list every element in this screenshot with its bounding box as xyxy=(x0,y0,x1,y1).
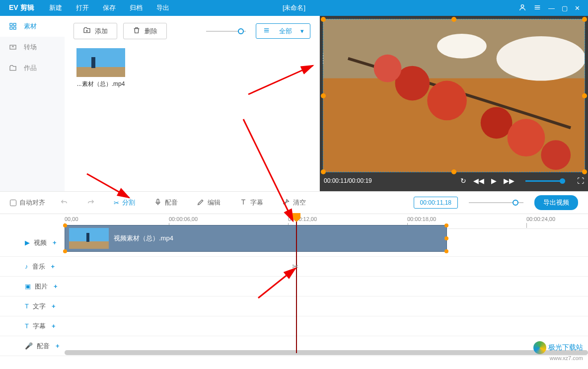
svg-rect-3 xyxy=(10,27,12,29)
add-subtitle-track[interactable]: + xyxy=(52,322,56,330)
zoom-slider[interactable] xyxy=(469,202,523,203)
ruler-mark: 00,00 xyxy=(65,216,78,222)
split-button[interactable]: ✂ 分割 xyxy=(110,198,139,207)
subtitle-track-icon: T xyxy=(25,322,29,330)
user-icon[interactable] xyxy=(518,3,526,13)
menu-new[interactable]: 新建 xyxy=(43,3,68,12)
app-title: EV 剪辑 xyxy=(0,3,43,12)
text-track-icon: T xyxy=(25,302,29,310)
volume-slider[interactable] xyxy=(525,180,565,182)
watermark-logo-icon xyxy=(533,341,546,354)
add-text-track[interactable]: + xyxy=(52,302,56,310)
timeline-scrollbar[interactable] xyxy=(65,350,588,355)
minimize-icon[interactable]: — xyxy=(548,4,555,12)
redo-button[interactable] xyxy=(83,199,99,207)
menu-export[interactable]: 导出 xyxy=(150,3,175,12)
dub-button[interactable]: 配音 xyxy=(150,198,182,208)
sidebar-item-works[interactable]: 作品 xyxy=(0,58,65,78)
dub-track-icon: 🎤 xyxy=(25,342,33,350)
track-text: T文字+ xyxy=(0,296,588,316)
clip-name: 视频素材（总）.mp4 xyxy=(114,234,173,243)
track-subtitle: T字幕+ xyxy=(0,316,588,336)
music-track-icon: ♪ xyxy=(25,263,28,270)
broom-icon xyxy=(282,198,290,208)
svg-rect-6 xyxy=(157,199,159,203)
titlebar: EV 剪辑 新建 打开 保存 归档 导出 [未命名] — ▢ ✕ xyxy=(0,0,588,16)
sidebar-item-transition[interactable]: 转场 xyxy=(0,37,65,58)
ruler-mark: 00:00:18,00 xyxy=(407,216,436,222)
delete-button[interactable]: 删除 xyxy=(123,23,167,39)
svg-rect-2 xyxy=(13,23,16,26)
main-menu: 新建 打开 保存 归档 导出 xyxy=(43,3,175,12)
ruler-mark: 00:00:12,00 xyxy=(288,216,317,222)
trash-icon xyxy=(133,26,141,36)
edit-button[interactable]: 编辑 xyxy=(193,198,224,208)
add-dub-track[interactable]: + xyxy=(56,342,60,350)
project-name: [未命名] xyxy=(283,3,305,12)
rewind-icon[interactable]: ◀◀ xyxy=(473,177,484,185)
transition-icon xyxy=(9,43,17,51)
track-video: ▶ 视频 + 视频素材（总）.mp4 xyxy=(0,229,588,257)
edit-toolbar: 自动对齐 ✂ 分割 配音 编辑 字幕 清空 00:00:11,18 导出视频 xyxy=(0,191,588,214)
window-controls: — ▢ ✕ xyxy=(518,3,588,13)
svg-rect-1 xyxy=(10,23,12,26)
watermark-url: www.xz7.com xyxy=(550,355,583,361)
add-video-track[interactable]: + xyxy=(53,239,57,246)
maximize-icon[interactable]: ▢ xyxy=(562,4,568,12)
clear-button[interactable]: 清空 xyxy=(278,198,310,208)
sidebar-label: 素材 xyxy=(24,22,37,31)
sidebar-label: 转场 xyxy=(24,43,37,52)
list-icon xyxy=(262,26,270,36)
auto-align-checkbox[interactable]: 自动对齐 xyxy=(10,198,45,207)
undo-button[interactable] xyxy=(56,199,72,207)
add-image-track[interactable]: + xyxy=(54,283,58,290)
svg-rect-4 xyxy=(13,27,16,29)
playhead-scissors-icon: ✂ xyxy=(292,262,298,271)
timecode-display: 00:00:11,18 xyxy=(414,197,458,209)
thumb-size-slider[interactable] xyxy=(206,31,246,32)
video-track-icon: ▶ xyxy=(25,239,30,246)
pencil-icon xyxy=(197,198,205,208)
forward-icon[interactable]: ▶▶ xyxy=(504,177,514,185)
clip-thumbnail xyxy=(69,228,109,249)
add-music-track[interactable]: + xyxy=(51,263,55,270)
filter-select[interactable]: 全部 ▾ xyxy=(256,23,310,39)
image-track-icon: ▣ xyxy=(25,283,31,290)
subtitle-button[interactable]: 字幕 xyxy=(235,198,267,208)
ruler-mark: 00:00:06,00 xyxy=(169,216,198,222)
menu-open[interactable]: 打开 xyxy=(70,3,95,12)
playhead[interactable]: ✂ xyxy=(296,214,297,353)
sidebar-item-media[interactable]: 素材 xyxy=(0,16,65,37)
play-icon[interactable]: ▶ xyxy=(491,177,497,185)
menu-save[interactable]: 保存 xyxy=(97,3,122,12)
chevron-down-icon: ▾ xyxy=(300,27,304,35)
scissors-icon: ✂ xyxy=(114,199,119,207)
loop-icon[interactable]: ↻ xyxy=(460,177,466,185)
add-button[interactable]: 添加 xyxy=(74,23,117,39)
media-item[interactable]: ...素材（总）.mp4 xyxy=(74,48,128,88)
media-filename: ...素材（总）.mp4 xyxy=(77,80,125,87)
left-sidebar: 素材 转场 作品 xyxy=(0,16,65,191)
preview-controls: 00:00:11/00:00:19 ↻ ◀◀ ▶ ▶▶ ⛶ xyxy=(324,174,584,187)
fullscreen-icon[interactable]: ⛶ xyxy=(577,177,584,185)
sidebar-label: 作品 xyxy=(24,64,37,73)
close-icon[interactable]: ✕ xyxy=(575,4,580,12)
preview-panel: 00:00:11/00:00:19 ↻ ◀◀ ▶ ▶▶ ⛶ xyxy=(320,16,588,191)
track-image: ▣图片+ xyxy=(0,277,588,296)
svg-point-0 xyxy=(521,4,523,7)
folder-icon xyxy=(9,64,17,72)
grid-icon xyxy=(9,22,17,30)
timeline: 00,00 00:00:06,00 00:00:12,00 00:00:18,0… xyxy=(0,214,588,356)
video-clip[interactable]: 视频素材（总）.mp4 xyxy=(65,225,447,252)
export-video-button[interactable]: 导出视频 xyxy=(534,195,578,210)
mic-icon xyxy=(154,198,162,208)
media-thumbnail xyxy=(76,48,125,77)
menu-icon[interactable] xyxy=(533,3,541,13)
preview-video[interactable] xyxy=(323,19,585,172)
add-icon xyxy=(83,26,91,36)
media-panel: 添加 删除 全部 ▾ ...素材（总）.mp4 xyxy=(65,16,320,191)
preview-time: 00:00:11/00:00:19 xyxy=(324,177,372,184)
menu-archive[interactable]: 归档 xyxy=(124,3,148,12)
ruler-mark: 00:00:24,00 xyxy=(526,216,555,222)
text-icon xyxy=(239,198,247,208)
